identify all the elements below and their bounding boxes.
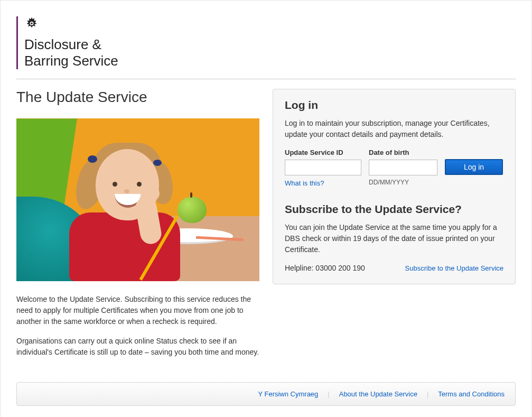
login-heading: Log in xyxy=(285,99,503,112)
dob-format-hint: DD/MM/YYYY xyxy=(369,179,437,187)
hero-image xyxy=(16,118,259,281)
site-header: Disclosure & Barring Service xyxy=(16,11,516,79)
footer-separator: | xyxy=(427,390,428,398)
footer-about-link[interactable]: About the Update Service xyxy=(339,390,417,398)
helpline-text: Helpline: 03000 200 190 xyxy=(285,264,365,272)
login-button[interactable]: Log in xyxy=(445,159,503,175)
subscribe-heading: Subscribe to the Update Service? xyxy=(285,203,503,216)
date-of-birth-label: Date of birth xyxy=(369,149,437,156)
subscribe-link[interactable]: Subscribe to the Update Service xyxy=(405,264,503,272)
update-service-id-input[interactable] xyxy=(285,160,361,175)
login-description: Log in to maintain your subscription, ma… xyxy=(285,118,503,140)
brand-line2: Barring Service xyxy=(24,53,118,69)
crown-crest-icon xyxy=(24,16,39,31)
login-subscribe-panel: Log in Log in to maintain your subscript… xyxy=(273,89,516,284)
svg-point-1 xyxy=(31,22,33,24)
date-of-birth-input[interactable] xyxy=(369,160,437,175)
logo: Disclosure & Barring Service xyxy=(16,16,516,69)
logo-accent-bar xyxy=(16,16,18,69)
brand-line1: Disclosure & xyxy=(24,36,118,53)
subscribe-description: You can join the Update Service at the s… xyxy=(285,222,503,255)
intro-paragraph-1: Welcome to the Update Service. Subscribi… xyxy=(16,294,262,327)
footer-terms-link[interactable]: Terms and Conditions xyxy=(438,390,505,398)
footer-welsh-link[interactable]: Y Fersiwn Cymraeg xyxy=(258,390,318,398)
intro-paragraph-2: Organisations can carry out a quick onli… xyxy=(16,336,262,358)
footer: Y Fersiwn Cymraeg | About the Update Ser… xyxy=(16,382,516,406)
update-service-id-label: Update Service ID xyxy=(285,149,361,156)
page-title: The Update Service xyxy=(16,89,262,106)
what-is-this-link[interactable]: What is this? xyxy=(285,179,324,187)
footer-separator: | xyxy=(328,390,329,398)
